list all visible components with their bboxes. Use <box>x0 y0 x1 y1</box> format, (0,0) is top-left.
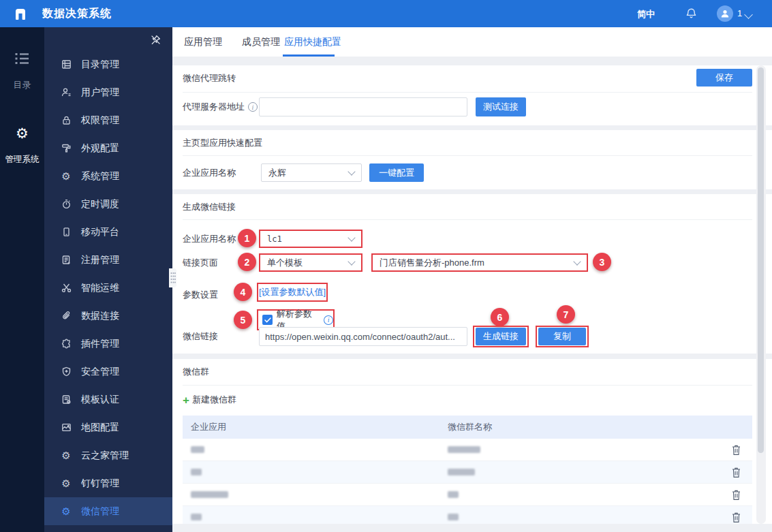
delete-trash-icon[interactable] <box>731 444 741 456</box>
sidebar-item-appearance[interactable]: 外观配置 <box>44 134 172 162</box>
divider <box>183 155 752 156</box>
test-connection-button[interactable]: 测试连接 <box>476 97 526 116</box>
catalog-grid-icon <box>60 59 72 69</box>
sidebar-item-security[interactable]: 安全管理 <box>44 358 172 386</box>
left-rail: 目录 ⚙ 管理系统 <box>0 27 44 532</box>
annotation-circle-6: 6 <box>491 308 509 326</box>
sidebar-item-wechat[interactable]: ⚙ 微信管理 <box>44 497 172 525</box>
delete-trash-icon[interactable] <box>731 489 741 501</box>
chevron-down-icon <box>348 234 355 241</box>
info-icon[interactable]: i <box>324 315 333 325</box>
admin-rail-label[interactable]: 管理系统 <box>0 154 44 166</box>
add-wechat-group-button[interactable]: + 新建微信群 <box>183 394 236 406</box>
user-avatar[interactable] <box>717 5 733 22</box>
redacted-cell <box>448 469 475 475</box>
wechat-link-input[interactable] <box>259 327 467 346</box>
table-row <box>183 484 752 506</box>
annotation-circle-7: 7 <box>557 305 575 324</box>
redacted-cell <box>448 446 480 453</box>
gear-icon: ⚙ <box>60 450 72 460</box>
enterprise-app-select[interactable]: 永辉 <box>261 163 362 182</box>
generate-link-button[interactable]: 生成链接 <box>476 328 526 345</box>
tab-app-management[interactable]: 应用管理 <box>184 36 222 48</box>
topbar: 数据决策系统 简中 1 <box>0 0 772 27</box>
table-row <box>183 461 752 484</box>
redacted-cell <box>191 491 228 498</box>
copy-button[interactable]: 复制 <box>538 328 586 345</box>
brand-logo-icon <box>12 5 29 22</box>
section-title: 微信代理跳转 <box>183 72 236 84</box>
stopwatch-icon <box>60 199 72 209</box>
ops-scissors-icon <box>60 283 72 293</box>
delete-trash-icon[interactable] <box>731 512 741 523</box>
parse-param-checkbox[interactable] <box>262 315 273 325</box>
chevron-down-icon <box>348 168 355 175</box>
sidebar-item-data-connection[interactable]: 数据连接 <box>44 302 172 330</box>
puzzle-icon <box>60 339 72 349</box>
page-type-select[interactable]: 单个模板 <box>259 253 362 272</box>
annotation-circle-1: 1 <box>238 229 256 247</box>
tabs-bar: 应用管理 成员管理 应用快捷配置 <box>172 27 772 57</box>
homepage-config-section: 主页型应用快速配置 企业应用名称 永辉 一键配置 <box>172 130 772 189</box>
sidebar-menu: 目录管理 用户管理 权限管理 外观配置 ⚙ 系统管理 定时调度 <box>44 50 172 525</box>
template-cert-icon <box>60 394 72 405</box>
wechat-group-section: 微信群 + 新建微信群 企业应用 微信群名称 <box>172 359 772 524</box>
sidebar-item-map-config[interactable]: 地图配置 <box>44 413 172 441</box>
catalog-rail-item[interactable] <box>0 52 44 68</box>
sidebar-item-users[interactable]: 用户管理 <box>44 78 172 106</box>
sidebar-item-yunzhijia[interactable]: ⚙ 云之家管理 <box>44 441 172 469</box>
sidebar-resize-grip[interactable] <box>169 268 176 287</box>
sidebar-item-system[interactable]: ⚙ 系统管理 <box>44 162 172 190</box>
wechat-proxy-section: 微信代理跳转 保存 代理服务器地址 i 测试连接 <box>172 65 772 125</box>
scrollbar-thumb[interactable] <box>758 67 764 453</box>
sidebar: 目录管理 用户管理 权限管理 外观配置 ⚙ 系统管理 定时调度 <box>44 27 172 532</box>
sidebar-item-ops[interactable]: 智能运维 <box>44 274 172 302</box>
sidebar-item-mobile[interactable]: 移动平台 <box>44 218 172 246</box>
proxy-server-input[interactable] <box>259 97 467 116</box>
language-switcher[interactable]: 简中 <box>637 8 655 20</box>
chevron-down-icon[interactable] <box>744 10 753 19</box>
sidebar-item-schedule[interactable]: 定时调度 <box>44 190 172 218</box>
wechat-link-label: 微信链接 <box>183 327 218 346</box>
annotation-circle-3: 3 <box>593 253 611 271</box>
link-app-name-select[interactable]: lc1 <box>259 230 362 248</box>
sidebar-item-catalog[interactable]: 目录管理 <box>44 50 172 78</box>
notification-bell-icon[interactable] <box>685 7 697 20</box>
unpin-icon[interactable] <box>150 34 161 46</box>
table-row <box>183 439 752 461</box>
redacted-cell <box>191 446 204 453</box>
check-icon <box>264 317 271 323</box>
divider <box>183 92 752 93</box>
info-icon[interactable]: i <box>248 102 258 112</box>
link-app-name-label: 企业应用名称 <box>183 230 236 248</box>
chevron-down-icon <box>348 257 355 265</box>
param-settings-label: 参数设置 <box>183 288 218 302</box>
annotation-box-generate: 生成链接 <box>473 326 529 347</box>
set-param-default-link[interactable]: [设置参数默认值] <box>259 286 326 298</box>
catalog-rail-label[interactable]: 目录 <box>0 79 44 91</box>
annotation-circle-5: 5 <box>234 311 252 329</box>
one-click-config-button[interactable]: 一键配置 <box>369 163 424 182</box>
tab-member-management[interactable]: 成员管理 <box>242 36 280 48</box>
redacted-cell <box>191 514 202 520</box>
section-title: 微信群 <box>183 366 209 378</box>
page-title: 数据决策系统 <box>42 7 112 21</box>
admin-gear-icon[interactable]: ⚙ <box>0 125 44 142</box>
sidebar-item-plugins[interactable]: 插件管理 <box>44 330 172 358</box>
save-button[interactable]: 保存 <box>696 69 752 87</box>
col-header-enterprise-app: 企业应用 <box>183 421 448 433</box>
link-page-label: 链接页面 <box>183 253 218 272</box>
tab-app-quick-config[interactable]: 应用快捷配置 <box>284 36 341 48</box>
sidebar-item-permissions[interactable]: 权限管理 <box>44 106 172 134</box>
delete-trash-icon[interactable] <box>731 467 741 478</box>
sidebar-item-dingtalk[interactable]: ⚙ 钉钉管理 <box>44 469 172 497</box>
sidebar-item-register[interactable]: 注册管理 <box>44 246 172 274</box>
user-badge: 1 <box>737 8 742 18</box>
sidebar-item-template-auth[interactable]: 模板认证 <box>44 386 172 413</box>
template-select[interactable]: 门店销售量分析-phone.frm <box>371 253 588 272</box>
person-icon <box>720 9 730 18</box>
paperclip-icon <box>60 311 72 321</box>
divider <box>183 219 752 220</box>
table-header-row: 企业应用 微信群名称 <box>183 416 752 439</box>
catalog-list-icon <box>14 52 30 65</box>
